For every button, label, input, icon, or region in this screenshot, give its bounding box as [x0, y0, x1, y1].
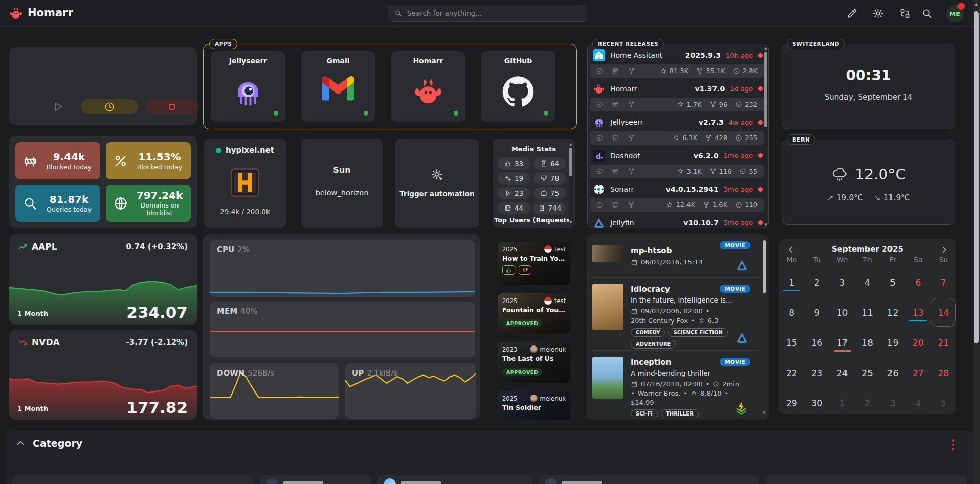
weather-widget: 12.0°C ↗19.0°C ↘11.9°C [782, 140, 955, 225]
calendar-day[interactable]: 16 [804, 328, 829, 358]
calendar-next-button[interactable] [940, 245, 949, 255]
calendar-day[interactable]: 30 [804, 388, 829, 418]
calendar-day[interactable]: 17 [830, 328, 855, 358]
search-toolbar-icon[interactable] [921, 8, 933, 19]
calendar-day[interactable]: 25 [855, 358, 880, 388]
calendar-day[interactable]: 6 [905, 267, 930, 297]
calendar-day[interactable]: 5 [880, 267, 905, 297]
app-card-jellyseerr[interactable]: Jellyseerr [211, 51, 285, 122]
calendar-day[interactable]: 1 [779, 267, 804, 297]
release-row[interactable]: Sonarrv4.0.15.29413mo ago [593, 181, 763, 197]
settings-gear-icon[interactable] [872, 8, 884, 19]
calendar-day[interactable]: 3 [880, 388, 905, 418]
calendar-day[interactable]: 22 [779, 358, 804, 388]
calendar-day[interactable]: 15 [779, 328, 804, 358]
pause-timer-button[interactable] [81, 99, 138, 114]
trigger-automation-widget[interactable]: Trigger automation [395, 139, 479, 228]
stock-widget-aapl[interactable]: AAPL 0.74 (+0.32%) 1 Month 234.07 [9, 234, 197, 325]
partial-app-tile[interactable] [539, 475, 759, 484]
app-card-github[interactable]: GitHub [481, 51, 555, 122]
home-assistant-icon [593, 49, 605, 61]
online-dot-icon [544, 111, 548, 116]
git-fork-icon [628, 134, 635, 142]
partial-app-tile[interactable] [12, 475, 254, 484]
homarr-dashboard: Homarr ME Pi-hole ENABLED 9.44kBlocked t… [0, 0, 980, 484]
release-row[interactable]: dDashdotv6.2.01mo ago [593, 148, 763, 164]
calendar-day[interactable]: 11 [855, 297, 880, 328]
calendar-day[interactable]: 10 [830, 297, 855, 328]
calendar-day[interactable]: 13 [905, 297, 930, 328]
calendar-day[interactable]: 29 [779, 388, 804, 418]
page-scrollbar[interactable]: ▲ [973, 0, 980, 484]
calendar-day[interactable]: 28 [931, 358, 956, 388]
calendar-day[interactable]: 5 [931, 388, 956, 418]
calendar-widget: September 2025 MoTuWeThFrSaSu 1234567891… [779, 239, 956, 414]
weather-low: ↘11.9°C [874, 193, 910, 202]
release-row[interactable]: Home Assitant2025.9.310h ago [593, 48, 763, 63]
decline-button[interactable] [519, 265, 531, 275]
release-row[interactable]: Jellyseerrv2.7.34w ago [593, 114, 763, 130]
media-request-card[interactable]: 2025testFountain of YouthAPPROVED [498, 293, 570, 334]
pihole-stat-world[interactable]: 797.24kDomains on blocklist [106, 185, 191, 222]
releases-scrollbar[interactable]: ▲ ▼ [764, 45, 768, 227]
calendar-day[interactable]: 18 [855, 328, 880, 358]
weekday-label: We [830, 256, 855, 264]
release-version: v6.2.0 [694, 152, 719, 160]
search-input[interactable] [407, 9, 581, 17]
category-menu-button[interactable] [950, 437, 957, 452]
partial-app-tile[interactable] [260, 475, 371, 484]
percent-icon [113, 153, 128, 169]
minecraft-server-widget[interactable]: hypixel.net 29.4k / 200.0k [204, 139, 286, 228]
partial-app-tile[interactable] [377, 475, 532, 484]
calendar-day[interactable]: 8 [779, 297, 804, 328]
calendar-day[interactable]: 27 [905, 358, 930, 388]
calendar-day[interactable]: 12 [880, 297, 905, 328]
media-stat-hourglass: 64 [533, 157, 566, 170]
calendar-day[interactable]: 20 [905, 328, 930, 358]
online-dot-icon [274, 111, 278, 116]
stock-symbol: AAPL [32, 242, 57, 252]
app-card-gmail[interactable]: Gmail [301, 51, 375, 122]
boards-swap-icon[interactable] [899, 8, 911, 19]
pihole-stat-barrier[interactable]: 9.44kBlocked today [15, 142, 100, 179]
media-stats-scrollbar[interactable]: ▲ ▼ [569, 142, 573, 225]
calendar-day-today[interactable]: 14 [931, 297, 956, 328]
notification-dot [957, 3, 965, 10]
partial-app-tile[interactable] [765, 475, 967, 484]
release-row[interactable]: Jellyfinv10.10.75mo ago [593, 215, 763, 229]
search-bar[interactable] [388, 5, 587, 22]
calendar-day[interactable]: 26 [880, 358, 905, 388]
media-request-card[interactable]: 2023meierlukThe Last of UsAPPROVED [498, 342, 570, 383]
release-age: 3mo ago [724, 186, 753, 193]
pihole-stat-search[interactable]: 81.87kQueries today [15, 185, 100, 222]
app-card-homarr[interactable]: Homarr [391, 51, 465, 122]
calendar-day[interactable]: 21 [931, 328, 956, 358]
release-row[interactable]: Homarrv1.37.01d ago [593, 81, 763, 97]
user-avatar [530, 345, 538, 353]
calendar-day[interactable]: 24 [830, 358, 855, 388]
network-down-graph: DOWN526B/s [210, 363, 339, 419]
calendar-day[interactable]: 19 [880, 328, 905, 358]
calendar-day[interactable]: 7 [931, 267, 956, 297]
pihole-stat-percent[interactable]: 11.53%Blocked today [106, 142, 191, 179]
search-icon [23, 196, 38, 211]
archive-icon [612, 201, 619, 209]
media-request-card[interactable]: 2025testHow to Train Your... [498, 242, 570, 285]
issue-icon [735, 101, 742, 108]
play-button-icon[interactable] [51, 100, 64, 113]
edit-pencil-icon[interactable] [846, 8, 858, 19]
calendar-day[interactable]: 2 [804, 267, 829, 297]
stock-widget-nvda[interactable]: NVDA -3.77 (-2.12%) 1 Month 177.82 [9, 330, 197, 420]
media-server-scrollbar[interactable]: ▼ [762, 238, 766, 416]
stop-button[interactable] [145, 99, 198, 114]
calendar-day[interactable]: 4 [855, 267, 880, 297]
collapse-chevron-up-icon[interactable] [15, 438, 26, 448]
calendar-day[interactable]: 3 [830, 267, 855, 297]
media-request-card[interactable]: 2025meierlukTin Soldier [498, 391, 570, 420]
calendar-day[interactable]: 9 [804, 297, 829, 328]
calendar-day[interactable]: 4 [905, 388, 930, 418]
calendar-day[interactable]: 2 [855, 388, 880, 418]
calendar-day[interactable]: 23 [804, 358, 829, 388]
calendar-day[interactable]: 1 [830, 388, 855, 418]
approve-button[interactable] [502, 265, 515, 275]
